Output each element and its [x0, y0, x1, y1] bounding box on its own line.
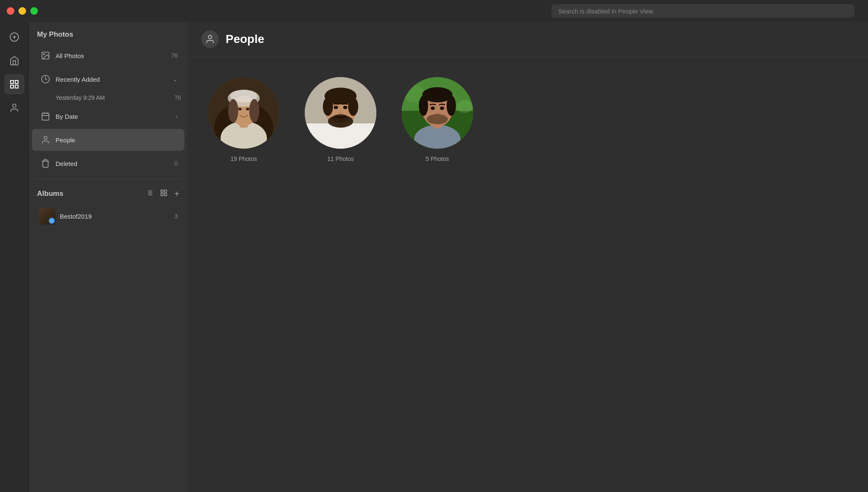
search-bar[interactable]: Search is disabled in People View: [551, 4, 855, 18]
plus-icon: [9, 32, 19, 42]
left-panel: My Photos All Photos 76 Recently Add: [29, 22, 188, 492]
recently-added-label: Recently Added: [56, 76, 171, 83]
album-item-bestof2019[interactable]: ✓ Bestof2019 3: [32, 204, 184, 228]
section-divider: [35, 179, 181, 179]
svg-rect-22: [161, 190, 163, 192]
sidebar-item-add[interactable]: [4, 27, 24, 47]
person-2-photos: 11 Photos: [327, 155, 354, 162]
svg-point-51: [338, 112, 343, 114]
person-card-3[interactable]: 5 Photos: [402, 77, 473, 162]
person-avatar-3: [402, 77, 473, 149]
people-grid: 19 Photos: [188, 57, 868, 182]
people-header-icon: [205, 34, 215, 44]
svg-point-46: [348, 97, 358, 116]
sidebar-item-people[interactable]: [4, 98, 24, 118]
svg-point-65: [440, 107, 444, 110]
person-2-image: [305, 77, 376, 149]
sidebar-item-all-photos[interactable]: All Photos 76: [32, 45, 184, 67]
main-layout: My Photos All Photos 76 Recently Add: [0, 22, 868, 492]
person-3-photos: 5 Photos: [426, 155, 449, 162]
trash-icon: [39, 157, 52, 170]
albums-list-view-button[interactable]: [144, 187, 155, 200]
photo-icon: [39, 49, 52, 62]
people-label: People: [56, 136, 178, 144]
album-check-icon: ✓: [49, 218, 55, 224]
all-photos-label: All Photos: [56, 52, 171, 59]
svg-rect-4: [15, 80, 18, 83]
svg-rect-25: [165, 194, 167, 196]
svg-point-35: [228, 99, 238, 123]
sidebar-item-by-date[interactable]: By Date ›: [32, 105, 184, 127]
album-thumbnail: ✓: [39, 208, 56, 225]
yesterday-label: Yesterday 9:29 AM: [56, 94, 174, 101]
svg-point-50: [343, 106, 347, 109]
person-1-photos: 19 Photos: [230, 155, 257, 162]
svg-point-62: [419, 96, 428, 116]
svg-point-67: [427, 114, 448, 124]
svg-point-26: [208, 35, 212, 39]
svg-rect-24: [161, 194, 163, 196]
svg-point-36: [249, 99, 259, 123]
svg-rect-5: [11, 85, 13, 88]
svg-rect-6: [15, 85, 18, 88]
svg-point-64: [431, 107, 435, 110]
person-card-1[interactable]: 19 Photos: [208, 77, 280, 162]
svg-point-9: [43, 53, 45, 55]
list-icon: [146, 189, 153, 197]
svg-rect-11: [42, 113, 49, 120]
person-avatar-2: [305, 77, 376, 149]
content-header: People: [188, 22, 868, 57]
person-1-image: [208, 77, 280, 149]
main-content: People: [188, 22, 868, 492]
albums-title: Albums: [37, 190, 144, 198]
titlebar: Search is disabled in People View: [0, 0, 868, 22]
album-label: Bestof2019: [60, 213, 174, 220]
sidebar-item-people[interactable]: People: [32, 129, 184, 151]
recently-added-chevron: ⌄: [173, 76, 178, 83]
sidebar-item-home[interactable]: [4, 51, 24, 71]
albums-header: Albums: [29, 182, 188, 203]
grid-icon: [160, 189, 168, 197]
svg-point-49: [334, 106, 338, 109]
svg-point-48: [332, 114, 349, 123]
albums-grid-view-button[interactable]: [158, 187, 169, 200]
svg-point-45: [323, 97, 333, 116]
deleted-label: Deleted: [56, 160, 174, 167]
sidebar-item-deleted[interactable]: Deleted 0: [32, 152, 184, 174]
my-photos-title: My Photos: [29, 22, 188, 44]
by-date-label: By Date: [56, 113, 174, 120]
house-icon: [9, 56, 19, 66]
sidebar-subitem-yesterday[interactable]: Yesterday 9:29 AM 76: [29, 91, 188, 104]
minimize-button[interactable]: [19, 7, 26, 15]
library-icon: [9, 79, 19, 89]
svg-rect-3: [11, 80, 13, 83]
content-header-icon: [201, 30, 219, 48]
yesterday-count: 76: [174, 94, 181, 101]
svg-point-7: [13, 104, 16, 107]
clock-icon: [39, 72, 52, 86]
svg-point-38: [246, 108, 249, 110]
maximize-button[interactable]: [30, 7, 38, 15]
person-avatar-1: [208, 77, 280, 149]
all-photos-count: 76: [171, 52, 178, 59]
by-date-chevron: ›: [176, 113, 178, 120]
person-icon: [9, 103, 19, 113]
add-album-button[interactable]: +: [173, 188, 181, 200]
sidebar-item-library[interactable]: [4, 74, 24, 94]
person-3-image: [402, 77, 473, 149]
svg-rect-23: [165, 190, 167, 192]
svg-point-15: [44, 136, 47, 139]
svg-point-37: [238, 108, 242, 110]
people-icon: [39, 133, 52, 147]
icon-sidebar: [0, 22, 29, 492]
close-button[interactable]: [7, 7, 14, 15]
person-card-2[interactable]: 11 Photos: [305, 77, 376, 162]
deleted-count: 0: [174, 160, 178, 167]
search-placeholder: Search is disabled in People View: [558, 8, 653, 15]
sidebar-item-recently-added[interactable]: Recently Added ⌄: [32, 68, 184, 90]
calendar-icon: [39, 110, 52, 123]
svg-point-57: [456, 100, 473, 113]
albums-controls: +: [144, 187, 181, 200]
traffic-lights: [7, 7, 38, 15]
svg-point-63: [447, 96, 456, 116]
